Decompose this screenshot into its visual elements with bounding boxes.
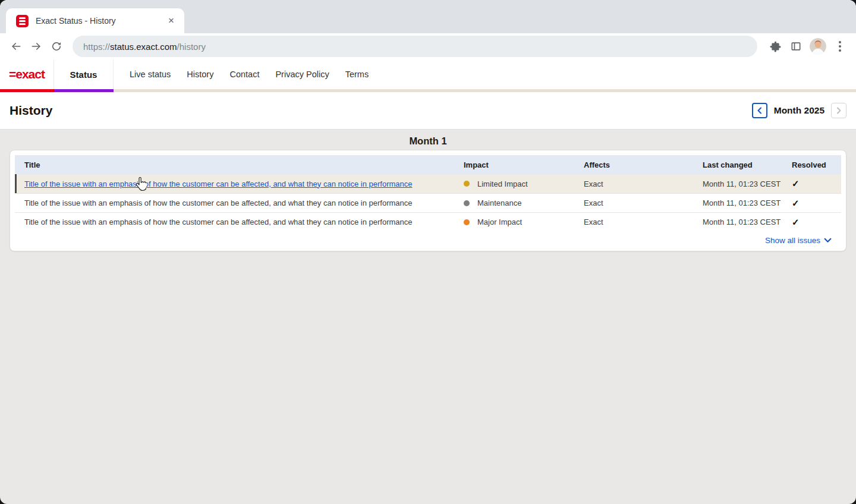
impact-cell: Major Impact [454,218,574,226]
affects-cell: Exact [574,199,693,207]
affects-cell: Exact [574,179,693,188]
back-button[interactable] [6,36,26,56]
browser-window: Exact Status - History × https://status.… [0,0,856,504]
main-navigation: Live status History Contact Privacy Poli… [114,59,369,89]
chevron-down-icon [824,237,832,244]
table-row[interactable]: Title of the issue with an emphasis of h… [15,193,841,212]
issue-title-cell: Title of the issue with an emphasis of h… [15,179,454,188]
avatar-image [810,38,826,55]
table-row[interactable]: Title of the issue with an emphasis of h… [15,174,841,193]
content-area: Month 1 Title Impact Affects Last change… [0,130,856,251]
previous-month-button[interactable] [752,103,767,118]
nav-live-status[interactable]: Live status [130,70,171,79]
nav-history[interactable]: History [187,70,213,79]
affects-cell: Exact [574,218,693,226]
url-host: status.exact.com [110,42,177,52]
tab-close-icon[interactable]: × [165,15,177,27]
kebab-menu-icon [839,41,841,52]
exact-logo[interactable]: =exact [0,59,54,89]
table-footer: Show all issues [15,231,841,247]
page-title: History [10,103,52,118]
page-header: History Month 2025 [0,92,856,130]
browser-menu-button[interactable] [830,36,850,56]
impact-label: Major Impact [477,218,522,226]
nav-terms[interactable]: Terms [345,70,369,79]
show-all-issues-label: Show all issues [765,236,820,245]
impact-label: Limited Impact [477,179,528,188]
impact-cell: Limited Impact [454,179,574,188]
impact-dot-icon [464,219,470,225]
forward-button[interactable] [26,36,46,56]
chevron-right-icon [835,107,842,114]
column-header-title: Title [15,160,454,169]
address-bar[interactable]: https://status.exact.com/history [73,36,757,57]
issue-title-link[interactable]: Title of the issue with an emphasis of h… [24,179,413,188]
section-title: Month 1 [0,130,856,150]
month-label: Month 2025 [774,105,824,116]
extensions-button[interactable] [766,36,786,56]
column-header-impact: Impact [454,160,574,169]
impact-dot-icon [464,181,470,187]
back-arrow-icon [10,40,22,52]
resolved-check-icon: ✓ [782,198,841,209]
show-all-issues-link[interactable]: Show all issues [765,236,832,245]
side-panel-button[interactable] [786,36,806,56]
column-header-last-changed: Last changed [693,160,782,169]
impact-label: Maintenance [477,199,521,207]
exact-favicon-icon [16,15,29,27]
exact-logo-text: =exact [9,67,45,81]
nav-privacy-policy[interactable]: Privacy Policy [275,70,329,79]
status-tab-label: Status [70,70,97,80]
site-header: =exact Status Live status History Contac… [0,59,856,89]
next-month-button[interactable] [831,103,846,118]
header-accent-bars [0,89,856,92]
accent-red-bar [0,89,54,92]
url-path: /history [177,42,206,52]
profile-avatar[interactable] [810,38,826,55]
last-changed-cell: Month 11, 01:23 CEST [693,179,782,188]
last-changed-cell: Month 11, 01:23 CEST [693,218,782,226]
url-scheme: https:// [83,42,110,52]
reload-button[interactable] [46,36,67,56]
browser-tab[interactable]: Exact Status - History × [6,8,184,33]
tab-strip: Exact Status - History × [0,0,856,33]
reload-icon [51,40,62,52]
issue-title-cell: Title of the issue with an emphasis of h… [15,218,454,226]
column-header-resolved: Resolved [782,160,841,169]
resolved-check-icon: ✓ [782,217,841,228]
accent-purple-bar [54,89,114,92]
puzzle-icon [770,40,782,52]
issue-title-cell: Title of the issue with an emphasis of h… [15,199,454,207]
status-tab[interactable]: Status [54,59,114,89]
table-header-row: Title Impact Affects Last changed Resolv… [15,155,841,174]
forward-arrow-icon [30,40,42,52]
browser-toolbar: https://status.exact.com/history [0,33,856,59]
impact-dot-icon [464,200,470,206]
table-row[interactable]: Title of the issue with an emphasis of h… [15,212,841,231]
accent-beige-bar [114,89,856,92]
impact-cell: Maintenance [454,199,574,207]
month-navigation: Month 2025 [752,103,846,118]
last-changed-cell: Month 11, 01:23 CEST [693,199,782,207]
nav-contact[interactable]: Contact [229,70,259,79]
resolved-check-icon: ✓ [782,178,841,189]
side-panel-icon [790,40,802,52]
issues-card: Title Impact Affects Last changed Resolv… [10,150,846,251]
tab-title: Exact Status - History [36,16,165,26]
chevron-left-icon [756,107,763,114]
column-header-affects: Affects [574,160,693,169]
